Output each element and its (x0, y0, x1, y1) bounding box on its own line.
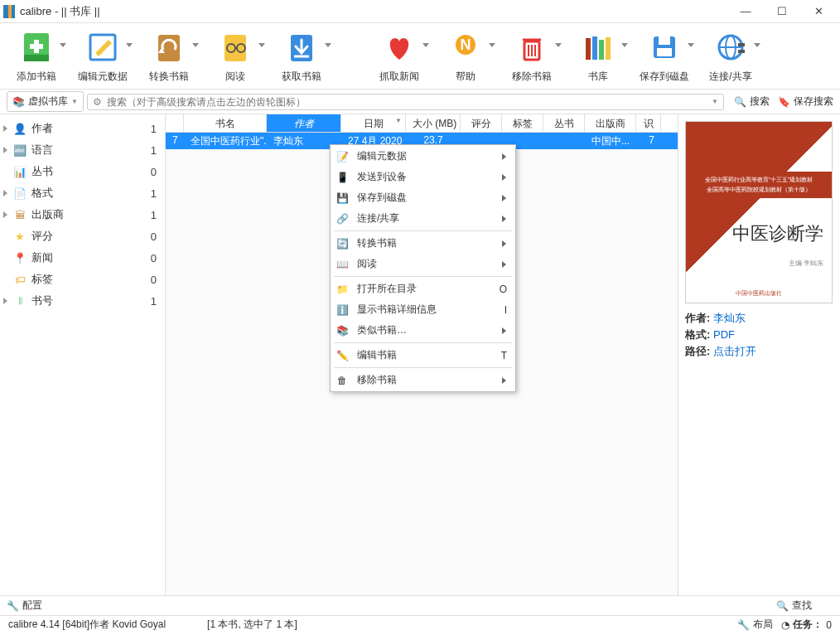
sidebar-item-author[interactable]: 👤作者1 (0, 118, 165, 139)
ctx-send-to-device[interactable]: 📱发送到设备 (331, 167, 515, 187)
toolbar-read[interactable]: 阅读 (205, 28, 265, 84)
device-icon: 📱 (336, 171, 349, 184)
status-bar: calibre 4.14 [64bit]作者 Kovid Goyal [1 本书… (0, 615, 840, 633)
ctx-edit-metadata[interactable]: 📝编辑元数据 (331, 146, 515, 167)
main-toolbar: 添加书籍 编辑元数据 转换书籍 阅读 获取书籍 抓取新闻 N 帮助 移除书籍 书… (0, 23, 840, 90)
ctx-convert-books[interactable]: 🔄转换书籍 (331, 233, 515, 254)
detail-info: 作者: 李灿东 格式: PDF 路径: 点击打开 (685, 310, 833, 360)
close-button[interactable]: ✕ (800, 0, 837, 23)
library-icon (579, 28, 617, 66)
ctx-save-to-disk[interactable]: 💾保存到磁盘 (331, 187, 515, 208)
col-idx[interactable] (166, 114, 184, 132)
wrench-icon: 🔧 (737, 619, 750, 631)
id-icon: ⦀ (13, 294, 27, 308)
ctx-similar-books[interactable]: 📚类似书籍… (331, 320, 515, 341)
detail-author-link[interactable]: 李灿东 (713, 312, 746, 324)
maximize-button[interactable]: ☐ (764, 0, 800, 23)
status-version: calibre 4.14 [64bit]作者 Kovid Goyal (8, 618, 166, 632)
vlib-icon: 📚 (12, 96, 25, 108)
svg-rect-1 (24, 55, 49, 61)
ctx-read[interactable]: 📖阅读 (331, 254, 515, 274)
sidebar-item-rating[interactable]: ★评分0 (0, 225, 165, 247)
dropdown-icon (422, 43, 429, 50)
toolbar-edit-metadata[interactable]: 编辑元数据 (73, 28, 133, 84)
col-publisher[interactable]: 出版商 (585, 114, 636, 132)
rating-icon: ★ (13, 230, 27, 243)
toolbar-connect-share[interactable]: 连接/共享 (701, 28, 760, 84)
dropdown-icon (258, 43, 265, 50)
toolbar-remove-books[interactable]: 移除书籍 (502, 28, 562, 84)
col-rating[interactable]: 评分 (461, 114, 502, 132)
sidebar-item-format[interactable]: 📄格式1 (0, 182, 165, 204)
col-size[interactable]: 大小 (MB) (406, 114, 461, 132)
sidebar-item-tag[interactable]: 🏷标签0 (0, 269, 165, 290)
search-box[interactable]: ⚙ ▼ (87, 94, 724, 110)
sidebar-item-news[interactable]: 📍新闻0 (0, 247, 165, 269)
search-button[interactable]: 🔍搜索 (734, 95, 770, 109)
jobs-indicator[interactable]: ◔任务：0 (781, 618, 832, 632)
search-bar: 📚 虚拟书库 ▼ ⚙ ▼ 🔍搜索 🔖保存搜索 (0, 90, 840, 114)
trash-icon: 🗑 (336, 374, 349, 387)
svg-rect-22 (606, 37, 611, 60)
book-cover[interactable]: 全国中医药行业高等教育"十三五"规划教材 全国高等中医药院校规划教材（第十版） … (685, 121, 833, 303)
dropdown-icon (688, 43, 694, 50)
col-date[interactable]: 日期▼ (341, 114, 406, 132)
column-headers: 书名 作者 日期▼ 大小 (MB) 评分 标签 丛书 出版商 识 (166, 114, 678, 133)
svg-rect-30 (738, 50, 745, 53)
col-author[interactable]: 作者 (267, 114, 341, 132)
sidebar-item-language[interactable]: 🔤语言1 (0, 139, 165, 161)
dropdown-icon (60, 43, 66, 50)
toolbar-convert-books[interactable]: 转换书籍 (139, 28, 199, 84)
toolbar-add-books[interactable]: 添加书籍 (7, 28, 66, 84)
toolbar-fetch-news[interactable]: 抓取新闻 (369, 28, 429, 84)
minimize-button[interactable]: — (727, 0, 764, 23)
search-icon: 🔍 (734, 96, 746, 108)
ctx-remove-books[interactable]: 🗑移除书籍 (331, 370, 515, 390)
dropdown-icon (754, 43, 760, 50)
context-menu: 📝编辑元数据 📱发送到设备 💾保存到磁盘 🔗连接/共享 🔄转换书籍 📖阅读 📁打… (330, 144, 516, 392)
search-input[interactable] (107, 96, 707, 108)
share-icon: 🔗 (336, 212, 349, 225)
config-button[interactable]: 🔧配置 (7, 599, 42, 613)
ctx-connect-share[interactable]: 🔗连接/共享 (331, 208, 515, 229)
series-icon: 📊 (13, 165, 27, 178)
col-title[interactable]: 书名 (184, 114, 267, 132)
toolbar-library[interactable]: 书库 (568, 28, 628, 84)
toolbar-help[interactable]: N 帮助 (436, 28, 495, 84)
search-icon: 🔍 (776, 600, 789, 612)
dropdown-icon (489, 43, 495, 50)
titlebar: calibre - || 书库 || — ☐ ✕ (0, 0, 840, 23)
read-icon: 📖 (336, 258, 349, 271)
toolbar-fetch-books[interactable]: 获取书籍 (272, 28, 331, 84)
tag-browser: 👤作者1 🔤语言1 📊丛书0 📄格式1 🏛出版商1 ★评分0 📍新闻0 🏷标签0… (0, 114, 166, 595)
ctx-show-details[interactable]: ℹ️显示书籍详细信息I (331, 299, 515, 320)
col-series[interactable]: 丛书 (543, 114, 585, 132)
svg-rect-3 (30, 44, 43, 49)
format-icon: 📄 (13, 187, 27, 200)
save-search-button[interactable]: 🔖保存搜索 (778, 95, 833, 109)
svg-rect-29 (738, 43, 745, 46)
detail-path-link[interactable]: 点击打开 (713, 345, 756, 357)
virtual-library-button[interactable]: 📚 虚拟书库 ▼ (7, 91, 84, 112)
fetch-icon (282, 28, 321, 66)
news-icon: 📍 (13, 251, 27, 264)
toolbar-save-to-disk[interactable]: 保存到磁盘 (635, 28, 694, 84)
gear-icon[interactable]: ⚙ (93, 96, 102, 108)
detail-format-link[interactable]: PDF (713, 328, 735, 341)
col-tag[interactable]: 标签 (502, 114, 543, 132)
svg-rect-24 (659, 36, 670, 45)
svg-rect-25 (657, 48, 672, 56)
col-id[interactable]: 识 (636, 114, 661, 132)
layout-button[interactable]: 🔧布局 (737, 618, 773, 632)
dropdown-icon (126, 43, 133, 50)
find-button[interactable]: 🔍查找 (776, 599, 812, 613)
dropdown-icon (621, 43, 628, 50)
sidebar-item-series[interactable]: 📊丛书0 (0, 161, 165, 182)
ctx-open-folder[interactable]: 📁打开所在目录O (331, 279, 515, 299)
convert-icon: 🔄 (336, 237, 349, 250)
svg-rect-20 (592, 36, 597, 60)
sidebar-item-id[interactable]: ⦀书号1 (0, 290, 165, 312)
sidebar-item-publisher[interactable]: 🏛出版商1 (0, 204, 165, 225)
svg-rect-19 (586, 38, 591, 60)
ctx-edit-book[interactable]: ✏️编辑书籍T (331, 345, 515, 366)
